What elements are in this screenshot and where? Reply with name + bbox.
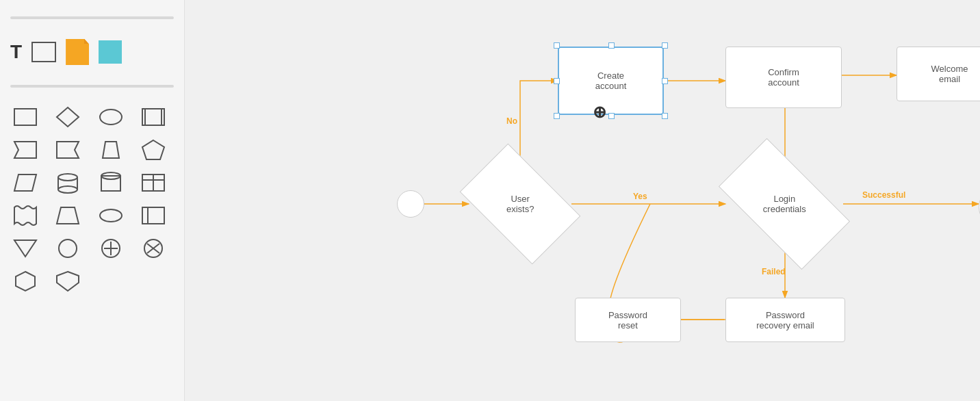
node-create-account[interactable]: Createaccount xyxy=(558,47,664,115)
svg-rect-22 xyxy=(142,207,148,224)
shape-diamond[interactable] xyxy=(53,104,83,130)
toolbar: T xyxy=(10,32,174,72)
node-create-account-label: Createaccount xyxy=(595,70,627,91)
svg-marker-23 xyxy=(14,240,36,257)
label-failed: Failed xyxy=(762,267,786,276)
svg-marker-7 xyxy=(103,142,119,158)
shape-table[interactable] xyxy=(138,170,168,196)
shape-hexagon[interactable] xyxy=(10,268,40,294)
svg-point-20 xyxy=(100,209,122,222)
node-password-reset-label: Passwordreset xyxy=(608,310,647,331)
node-confirm-account-label: Confirmaccount xyxy=(768,67,799,88)
shape-cylinder[interactable] xyxy=(53,170,83,196)
svg-rect-0 xyxy=(14,109,36,125)
shape-wave-rect[interactable] xyxy=(10,203,40,229)
node-confirm-account[interactable]: Confirmaccount xyxy=(725,47,842,108)
text-tool[interactable]: T xyxy=(10,41,22,63)
svg-marker-1 xyxy=(57,107,79,127)
node-login-credentials[interactable]: Logincredentials xyxy=(725,170,843,238)
shape-oval2[interactable] xyxy=(96,203,126,229)
svg-marker-8 xyxy=(142,140,164,159)
svg-point-10 xyxy=(58,174,77,181)
node-welcome-email-label: Welcomeemail xyxy=(931,64,968,84)
shape-rect-tag[interactable] xyxy=(138,203,168,229)
shape-triangle-down[interactable] xyxy=(10,235,40,261)
label-successful: Successful xyxy=(862,190,905,200)
shape-trapezoid2[interactable] xyxy=(53,203,83,229)
shape-parallelogram[interactable] xyxy=(10,170,40,196)
shape-shield[interactable] xyxy=(53,268,83,294)
svg-marker-6 xyxy=(57,142,79,158)
node-password-recovery-email-label: Passwordrecovery email xyxy=(756,310,814,331)
svg-point-24 xyxy=(59,240,77,257)
shape-double-rect[interactable] xyxy=(138,104,168,130)
shape-circle-x[interactable] xyxy=(138,235,168,261)
svg-marker-5 xyxy=(14,142,36,158)
shape-pentagon[interactable] xyxy=(138,137,168,163)
shape-ribbon-left[interactable] xyxy=(10,137,40,163)
svg-marker-9 xyxy=(14,174,36,191)
shape-circle[interactable] xyxy=(53,235,83,261)
sticky-tool[interactable] xyxy=(99,40,122,64)
node-password-reset[interactable]: Passwordreset xyxy=(575,298,681,342)
shape-ellipse[interactable] xyxy=(96,104,126,130)
node-start[interactable] xyxy=(397,190,424,218)
node-user-exists[interactable]: Userexists? xyxy=(469,170,571,238)
shape-trapezoid[interactable] xyxy=(96,137,126,163)
node-password-recovery-email[interactable]: Passwordrecovery email xyxy=(725,298,845,342)
label-yes: Yes xyxy=(633,192,647,201)
sidebar: T xyxy=(0,0,185,401)
canvas[interactable]: Userexists? Createaccount ⊕ Confirmaccou… xyxy=(185,0,980,401)
svg-marker-19 xyxy=(57,207,79,224)
divider-bottom xyxy=(10,85,174,88)
svg-marker-32 xyxy=(57,272,79,291)
svg-rect-21 xyxy=(142,207,164,224)
node-user-exists-label: Userexists? xyxy=(506,194,534,214)
node-welcome-email[interactable]: Welcomeemail xyxy=(897,47,980,101)
svg-point-13 xyxy=(58,186,77,193)
shape-ribbon[interactable] xyxy=(53,137,83,163)
shape-cylinder2[interactable] xyxy=(96,170,126,196)
rect-tool[interactable] xyxy=(31,42,56,62)
paper-tool[interactable] xyxy=(66,39,89,65)
svg-marker-31 xyxy=(16,272,35,291)
label-no: No xyxy=(506,116,517,126)
node-login-credentials-label: Logincredentials xyxy=(763,194,806,214)
shape-rectangle[interactable] xyxy=(10,104,40,130)
shape-circle-plus[interactable] xyxy=(96,235,126,261)
shape-grid xyxy=(10,101,174,298)
divider-top xyxy=(10,16,174,19)
svg-point-2 xyxy=(100,109,122,125)
